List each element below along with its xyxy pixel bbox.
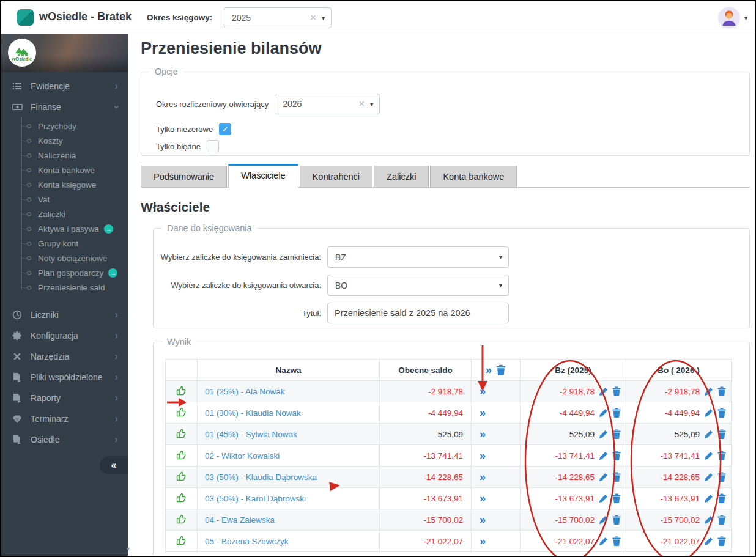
sidebar-item-konta-bankowe[interactable]: Konta bankowe <box>1 163 128 177</box>
thumbs-up-icon[interactable] <box>176 535 187 545</box>
transfer-all-icon[interactable]: » <box>486 364 491 377</box>
chevron-down-icon[interactable]: ▾ <box>322 15 325 21</box>
tab-podsumowanie[interactable]: Podsumowanie <box>141 166 227 187</box>
title-input[interactable] <box>327 303 509 323</box>
sidebar-item-raporty[interactable]: Raporty› <box>1 388 128 408</box>
edit-icon[interactable] <box>599 473 608 482</box>
sidebar-collapse-button[interactable]: « <box>100 456 128 474</box>
edit-icon[interactable] <box>599 494 608 503</box>
delete-icon[interactable] <box>612 472 621 482</box>
edit-icon[interactable] <box>704 408 713 418</box>
sidebar-item-konta-ksiegowe[interactable]: Konta księgowe <box>1 177 128 192</box>
sidebar-item-przeniesienie-sald[interactable]: Przeniesienie sald <box>1 280 128 295</box>
transfer-icon[interactable]: » <box>480 428 484 440</box>
transfer-icon[interactable]: » <box>480 407 484 419</box>
delete-icon[interactable] <box>717 536 726 546</box>
sidebar-item-pliki-wspoldzielone[interactable]: Pliki współdzielone› <box>1 367 128 388</box>
sidebar-item-konfiguracja[interactable]: Konfiguracja› <box>1 325 128 346</box>
sidebar-item-finanse[interactable]: Finanse› <box>1 97 128 117</box>
edit-icon[interactable] <box>599 537 608 546</box>
delete-icon[interactable] <box>612 386 621 396</box>
owner-link[interactable]: 05 - Bożena Szewczyk <box>205 537 289 546</box>
sidebar-item-ewidencje[interactable]: Ewidencje› <box>1 76 128 97</box>
thumbs-up-icon[interactable] <box>176 407 187 417</box>
scroll-down-icon[interactable]: ▼ <box>125 546 131 552</box>
closing-advance-select[interactable]: BZ ▾ <box>327 246 509 268</box>
thumbs-up-icon[interactable] <box>176 449 187 460</box>
delete-icon[interactable] <box>717 429 726 439</box>
user-avatar[interactable] <box>718 7 740 29</box>
owner-link[interactable]: 03 (50%) - Karol Dąbrowski <box>205 494 306 503</box>
only-nonzero-checkbox[interactable]: ✓ <box>219 123 231 135</box>
chevron-down-icon[interactable]: ▾ <box>370 101 373 108</box>
clear-icon[interactable]: × <box>310 12 316 24</box>
chevron-down-icon[interactable]: ▾ <box>499 282 502 289</box>
chevron-down-icon[interactable]: ▾ <box>499 254 502 260</box>
edit-icon[interactable] <box>599 451 608 460</box>
sidebar-item-zaliczki[interactable]: Zaliczki <box>1 207 128 221</box>
edit-icon[interactable] <box>704 494 713 503</box>
thumbs-up-icon[interactable] <box>176 471 187 481</box>
delete-icon[interactable] <box>717 408 726 418</box>
owner-link[interactable]: 01 (45%) - Sylwia Nowak <box>205 430 297 439</box>
edit-icon[interactable] <box>704 537 713 546</box>
accounting-period-select[interactable]: 2025 × ▾ <box>224 7 332 28</box>
sidebar-item-aktywa-i-pasywa[interactable]: Aktywa i pasywa→ <box>1 221 128 236</box>
user-menu-chevron-icon[interactable]: ▾ <box>744 15 747 21</box>
edit-icon[interactable] <box>599 515 608 525</box>
tab-kontrahenci[interactable]: Kontrahenci <box>300 166 372 187</box>
thumbs-up-icon[interactable] <box>176 514 187 524</box>
delete-icon[interactable] <box>717 451 726 460</box>
edit-icon[interactable] <box>599 430 608 439</box>
thumbs-up-icon[interactable] <box>176 428 187 438</box>
owner-link[interactable]: 01 (25%) - Ala Nowak <box>205 387 285 396</box>
sidebar-item-narzedzia[interactable]: Narzędzia› <box>1 346 128 367</box>
delete-icon[interactable] <box>612 451 621 460</box>
sidebar-item-noty-obciazeniowe[interactable]: Noty obciążeniowe <box>1 251 128 265</box>
delete-all-icon[interactable] <box>496 364 506 375</box>
opening-advance-select[interactable]: BO ▾ <box>327 275 509 296</box>
owner-link[interactable]: 02 - Wiktor Kowalski <box>205 451 280 460</box>
thumbs-up-icon[interactable] <box>176 385 187 396</box>
edit-icon[interactable] <box>599 408 608 418</box>
delete-icon[interactable] <box>717 472 726 482</box>
edit-icon[interactable] <box>704 515 713 525</box>
tab-wlasciciele[interactable]: Właściciele <box>228 164 298 188</box>
delete-icon[interactable] <box>717 493 726 503</box>
tab-konta-bankowe[interactable]: Konta bankowe <box>430 166 517 187</box>
only-errors-checkbox[interactable] <box>207 140 219 152</box>
opening-period-select[interactable]: 2026 × ▾ <box>275 94 380 114</box>
sidebar-item-vat[interactable]: Vat <box>1 192 128 207</box>
edit-icon[interactable] <box>704 473 713 482</box>
transfer-icon[interactable]: » <box>480 514 484 526</box>
sidebar-item-koszty[interactable]: Koszty <box>1 133 128 148</box>
transfer-icon[interactable]: » <box>480 449 484 462</box>
sidebar-item-osiedle[interactable]: Osiedle› <box>1 429 128 450</box>
edit-icon[interactable] <box>704 387 713 396</box>
edit-icon[interactable] <box>704 430 713 439</box>
sidebar-item-liczniki[interactable]: Liczniki› <box>1 304 128 325</box>
sidebar-item-terminarz[interactable]: Terminarz› <box>1 408 128 429</box>
edit-icon[interactable] <box>599 387 608 396</box>
transfer-icon[interactable]: » <box>480 492 484 504</box>
tab-zaliczki[interactable]: Zaliczki <box>374 166 429 187</box>
owner-link[interactable]: 01 (30%) - Klaudia Nowak <box>205 408 301 418</box>
delete-icon[interactable] <box>612 493 621 503</box>
delete-icon[interactable] <box>717 386 726 396</box>
delete-icon[interactable] <box>612 536 621 546</box>
delete-icon[interactable] <box>612 408 621 418</box>
sidebar-item-plan-gospodarczy[interactable]: Plan gospodarczy→ <box>1 265 128 280</box>
delete-icon[interactable] <box>612 515 621 525</box>
sidebar-item-naliczenia[interactable]: Naliczenia <box>1 148 128 163</box>
transfer-icon[interactable]: » <box>480 385 484 397</box>
clear-icon[interactable]: × <box>358 98 365 110</box>
sidebar-item-grupy-kont[interactable]: Grupy kont <box>1 236 128 251</box>
transfer-icon[interactable]: » <box>480 535 484 547</box>
transfer-icon[interactable]: » <box>480 471 484 483</box>
owner-link[interactable]: 03 (50%) - Klaudia Dąbrowska <box>205 473 317 482</box>
owner-link[interactable]: 04 - Ewa Zalewska <box>205 515 275 525</box>
delete-icon[interactable] <box>612 429 621 439</box>
delete-icon[interactable] <box>717 515 726 525</box>
thumbs-up-icon[interactable] <box>176 492 187 503</box>
sidebar-item-przychody[interactable]: Przychody <box>1 119 128 133</box>
